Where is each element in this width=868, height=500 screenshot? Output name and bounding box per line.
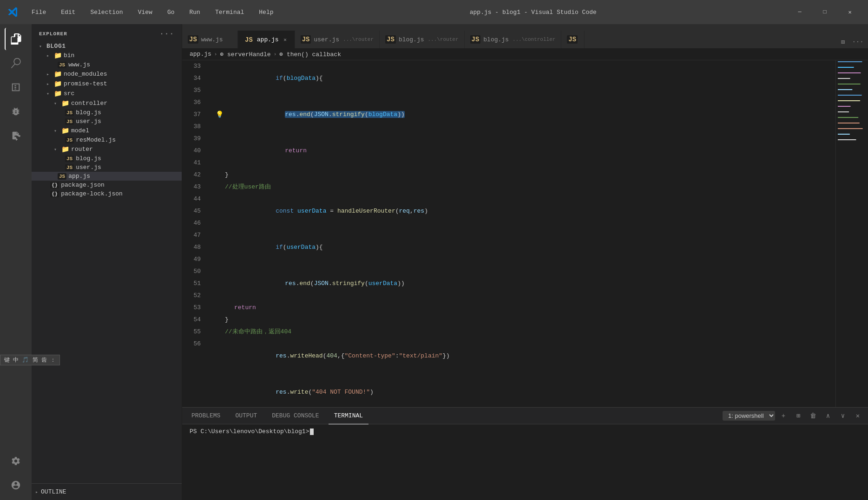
tree-item-node-modules[interactable]: ▸ 📁 node_modules [32, 69, 182, 79]
account-activity-icon[interactable] [5, 474, 27, 496]
code-line-42: } [210, 314, 835, 326]
code-content[interactable]: if(blogData){ 💡 res.end(JSON.stringify(b… [206, 60, 835, 407]
problems-label: PROBLEMS [191, 412, 220, 419]
kill-terminal-button[interactable]: 🗑 [807, 409, 820, 422]
menu-terminal[interactable]: Terminal [211, 7, 248, 18]
panel-tab-problems[interactable]: PROBLEMS [186, 408, 226, 424]
tab-app-js[interactable]: JS app.js ✕ [238, 31, 295, 48]
tree-item-blog-router[interactable]: JS blog.js [32, 154, 182, 163]
terminal-content[interactable]: PS C:\Users\lenovo\Desktop\blog1> [182, 424, 868, 500]
code-line-37: //处理user路由 [210, 181, 835, 193]
code-line-33: if(blogData){ [210, 60, 835, 97]
panel-tab-output[interactable]: OUTPUT [230, 408, 263, 424]
menu-file[interactable]: File [28, 7, 50, 18]
terminal-selector[interactable]: 1: powershell [723, 411, 775, 421]
vscode-logo-icon [7, 6, 19, 18]
tab-bar: JS www.js JS app.js ✕ JS user.js ...\rou… [182, 24, 868, 48]
line-numbers: 33 34 35 36 37 38 39 40 41 42 43 44 45 4… [182, 60, 206, 407]
editor-area: JS www.js JS app.js ✕ JS user.js ...\rou… [182, 24, 868, 500]
tab-www-label: www.js [201, 36, 223, 43]
source-control-activity-icon[interactable] [5, 76, 27, 98]
outline-label: OUTLINE [41, 488, 66, 495]
tree-item-user-router[interactable]: JS user.js [32, 163, 182, 172]
tab-extra[interactable]: JS [561, 31, 585, 48]
search-activity-icon[interactable] [5, 52, 27, 74]
code-line-45: res.write("404 NOT FOUND!") [210, 374, 835, 407]
tree-item-user-controller[interactable]: JS user.js [32, 117, 182, 126]
menu-help[interactable]: Help [255, 7, 277, 18]
tab-controls: ⊞ ··· [833, 35, 868, 48]
settings-activity-icon[interactable] [5, 450, 27, 472]
menu-go[interactable]: Go [164, 7, 178, 18]
debug-activity-icon[interactable] [5, 100, 27, 123]
code-line-35: return [210, 133, 835, 169]
menu-view[interactable]: View [134, 7, 156, 18]
tree-item-package-json[interactable]: {} package.json [32, 181, 182, 189]
more-actions-tab-button[interactable]: ··· [851, 35, 864, 48]
split-terminal-button[interactable]: ⊞ [792, 409, 805, 422]
split-editor-button[interactable]: ⊞ [836, 35, 849, 48]
tree-item-resmodel[interactable]: JS resModel.js [32, 136, 182, 144]
maximize-panel-button[interactable]: ∧ [822, 409, 835, 422]
menu-run[interactable]: Run [185, 7, 204, 18]
close-panel-button[interactable]: ✕ [851, 409, 864, 422]
code-line-44: res.writeHead(404,{"Content-type":"text/… [210, 338, 835, 374]
tab-user-label: user.js [314, 36, 339, 43]
outline-section[interactable]: ▸ OUTLINE [32, 483, 182, 500]
tab-blog-js-controller[interactable]: JS blog.js ...\controller [465, 31, 562, 48]
tree-item-promise-test[interactable]: ▸ 📁 promise-test [32, 79, 182, 89]
tab-close-button[interactable]: ✕ [282, 36, 289, 44]
tree-item-bin[interactable]: ▸ 📁 bin [32, 51, 182, 60]
lightbulb-icon[interactable]: 💡 [216, 109, 224, 121]
tree-item-model[interactable]: ▾ 📁 model [32, 126, 182, 136]
menu-edit[interactable]: Edit [57, 7, 79, 18]
file-tree: ▾ BLOG1 ▸ 📁 bin JS www.js ▸ 📁 [32, 42, 182, 483]
tree-item-controller[interactable]: ▾ 📁 controller [32, 98, 182, 108]
minimize-button[interactable]: ─ [789, 5, 810, 19]
tree-root-blog1[interactable]: ▾ BLOG1 [32, 42, 182, 51]
tree-item-src[interactable]: ▾ 📁 src [32, 89, 182, 98]
terminal-cursor [310, 429, 314, 435]
code-line-40: res.end(JSON.stringify(userData)) [210, 266, 835, 302]
extensions-activity-icon[interactable] [5, 124, 27, 147]
tree-item-package-lock[interactable]: {} package-lock.json [32, 189, 182, 198]
activity-bar-bottom [5, 450, 27, 496]
menu-bar: File Edit Selection View Go Run Terminal… [28, 7, 277, 18]
minimize-panel-button[interactable]: ∨ [836, 409, 849, 422]
tab-user-js-router[interactable]: JS user.js ...\router [295, 31, 380, 48]
close-button[interactable]: ✕ [839, 5, 861, 19]
tree-item-www[interactable]: JS www.js [32, 60, 182, 69]
breadcrumb-server-handle[interactable]: ⊕ serverHandle [220, 51, 270, 58]
sidebar-header: EXPLORER ··· [32, 24, 182, 42]
window-controls: ─ □ ✕ [789, 5, 861, 19]
main-layout: EXPLORER ··· ▾ BLOG1 ▸ 📁 bin JS w [0, 24, 868, 500]
breadcrumb: app.js › ⊕ serverHandle › ⊕ then() callb… [182, 48, 868, 60]
code-line-39: if(userData){ [210, 229, 835, 266]
new-terminal-button[interactable]: + [777, 409, 790, 422]
panel-tab-terminal[interactable]: TERMINAL [329, 408, 368, 424]
explorer-menu-button[interactable]: ··· [159, 30, 174, 38]
code-line-43: //未命中路由，返回404 [210, 326, 835, 338]
editor-panel-wrapper: 33 34 35 36 37 38 39 40 41 42 43 44 45 4… [182, 60, 868, 500]
tab-blog-ctrl-label: blog.js [483, 36, 509, 43]
activity-bar [0, 24, 32, 500]
code-line-34: 💡 res.end(JSON.stringify(blogData)) [210, 97, 835, 133]
tree-item-app[interactable]: JS app.js [32, 172, 182, 181]
sidebar: EXPLORER ··· ▾ BLOG1 ▸ 📁 bin JS w [32, 24, 182, 500]
panel-controls: 1: powershell + ⊞ 🗑 ∧ ∨ ✕ [723, 409, 864, 422]
tab-blog-js-router[interactable]: JS blog.js ...\router [380, 31, 464, 48]
panel-tab-debug-console[interactable]: DEBUG CONSOLE [266, 408, 324, 424]
code-editor[interactable]: 33 34 35 36 37 38 39 40 41 42 43 44 45 4… [182, 60, 868, 407]
minimap [835, 60, 868, 407]
tab-www-js[interactable]: JS www.js [182, 31, 238, 48]
maximize-button[interactable]: □ [814, 5, 835, 19]
tree-item-router[interactable]: ▾ 📁 router [32, 144, 182, 154]
menu-selection[interactable]: Selection [86, 7, 126, 18]
breadcrumb-then-callback[interactable]: ⊕ then() callback [279, 51, 341, 58]
explorer-activity-icon[interactable] [5, 28, 27, 50]
tree-item-blog-controller[interactable]: JS blog.js [32, 108, 182, 117]
ime-toolbar[interactable]: 键 中 🎵 简 齿 ： [0, 355, 60, 365]
titlebar: File Edit Selection View Go Run Terminal… [0, 0, 868, 24]
breadcrumb-file[interactable]: app.js [190, 51, 211, 58]
debug-console-label: DEBUG CONSOLE [272, 412, 319, 419]
